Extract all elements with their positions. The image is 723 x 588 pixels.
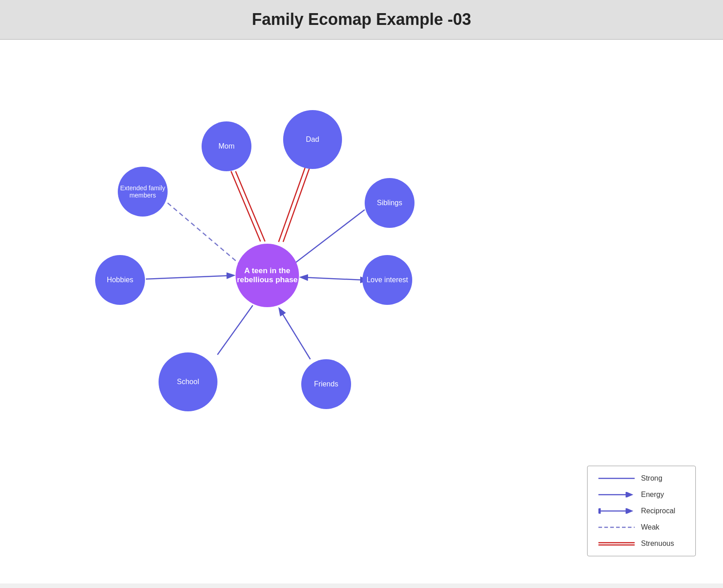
ecomap-canvas: A teen in the rebellious phase MomDadExt… — [0, 40, 723, 583]
svg-line-8 — [217, 305, 253, 355]
legend-item-strong: Strong — [598, 474, 684, 482]
node-love[interactable]: Love interest — [362, 255, 412, 305]
legend-label-strenuous: Strenuous — [641, 540, 674, 548]
center-node[interactable]: A teen in the rebellious phase — [236, 244, 299, 307]
svg-line-9 — [280, 309, 310, 359]
svg-line-2 — [236, 171, 265, 241]
legend-line-strenuous — [598, 541, 635, 546]
svg-line-3 — [279, 164, 306, 242]
legend-item-energy: Energy — [598, 491, 684, 499]
svg-line-0 — [168, 203, 242, 266]
svg-line-5 — [295, 210, 365, 263]
legend-line-weak — [598, 525, 635, 530]
legend-label-reciprocal: Reciprocal — [641, 507, 675, 515]
node-friends[interactable]: Friends — [301, 359, 351, 409]
page: Family Ecomap Example -03 — [0, 0, 723, 588]
node-school[interactable]: School — [159, 352, 217, 411]
node-hobbies[interactable]: Hobbies — [95, 255, 145, 305]
svg-line-4 — [283, 164, 311, 242]
svg-line-7 — [301, 277, 362, 280]
page-header: Family Ecomap Example -03 — [0, 0, 723, 40]
legend-item-strenuous: Strenuous — [598, 540, 684, 548]
legend-label-weak: Weak — [641, 523, 660, 531]
svg-line-6 — [146, 275, 233, 279]
node-mom[interactable]: Mom — [202, 121, 251, 171]
node-dad[interactable]: Dad — [283, 110, 342, 169]
legend-item-weak: Weak — [598, 523, 684, 531]
legend-label-strong: Strong — [641, 474, 662, 482]
legend: Strong Energy — [587, 466, 696, 556]
page-title: Family Ecomap Example -03 — [0, 10, 723, 29]
legend-line-energy — [598, 492, 635, 497]
svg-line-1 — [231, 171, 260, 241]
center-node-label: A teen in the rebellious phase — [236, 266, 299, 284]
legend-line-reciprocal — [598, 508, 635, 514]
legend-line-strong — [598, 476, 635, 481]
node-extended[interactable]: Extended family members — [118, 167, 168, 217]
legend-label-energy: Energy — [641, 491, 664, 499]
legend-item-reciprocal: Reciprocal — [598, 507, 684, 515]
node-siblings[interactable]: Siblings — [365, 178, 415, 228]
